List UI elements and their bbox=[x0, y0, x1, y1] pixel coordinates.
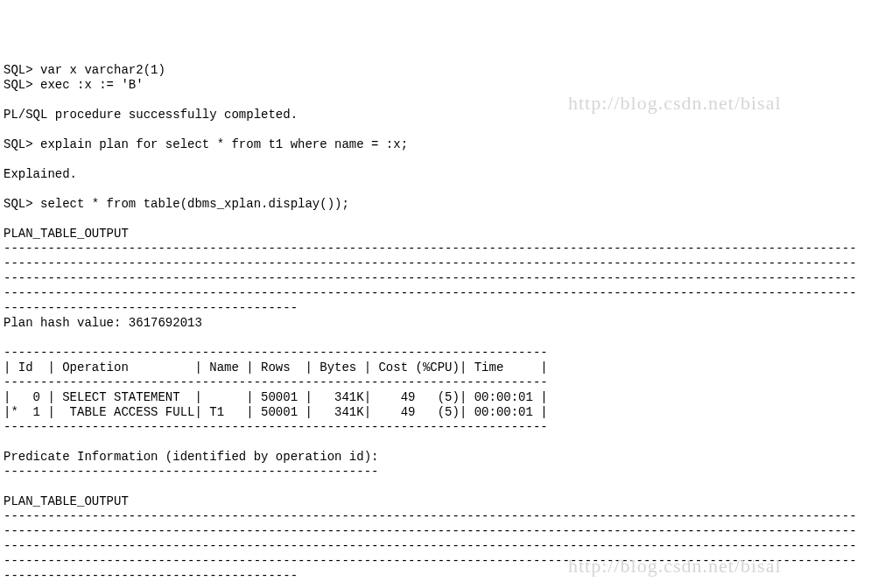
terminal-output: SQL> var x varchar2(1) SQL> exec :x := '… bbox=[4, 63, 874, 588]
sql-line: ---------------------------------------- bbox=[4, 569, 298, 583]
sql-line: ----------------------------------------… bbox=[4, 554, 857, 568]
sql-line: SQL> var x varchar2(1) bbox=[4, 63, 165, 77]
sql-line: ----------------------------------------… bbox=[4, 524, 857, 538]
sql-line: SQL> select * from table(dbms_xplan.disp… bbox=[4, 197, 349, 211]
sql-line: ----------------------------------------… bbox=[4, 242, 857, 256]
sql-line: Predicate Information (identified by ope… bbox=[4, 450, 378, 464]
plan-row: |* 1 | TABLE ACCESS FULL| T1 | 50001 | 3… bbox=[4, 405, 548, 419]
plan-row: | 0 | SELECT STATEMENT | | 50001 | 341K|… bbox=[4, 390, 548, 404]
sql-line: Plan hash value: 3617692013 bbox=[4, 316, 202, 330]
sql-line: ----------------------------------------… bbox=[4, 256, 857, 270]
sql-line: ----------------------------------------… bbox=[4, 271, 857, 285]
sql-line: PLAN_TABLE_OUTPUT bbox=[4, 494, 129, 508]
sql-line: PL/SQL procedure successfully completed. bbox=[4, 108, 298, 122]
sql-line: ----------------------------------------… bbox=[4, 420, 548, 434]
sql-line: ----------------------------------------… bbox=[4, 375, 548, 389]
sql-line: ----------------------------------------… bbox=[4, 286, 857, 300]
sql-line: ----------------------------------------… bbox=[4, 465, 378, 479]
sql-line: ----------------------------------------… bbox=[4, 509, 857, 523]
plan-header-row: | Id | Operation | Name | Rows | Bytes |… bbox=[4, 360, 548, 374]
sql-line: SQL> explain plan for select * from t1 w… bbox=[4, 137, 408, 151]
sql-line: ---------------------------------------- bbox=[4, 301, 298, 315]
sql-line: Explained. bbox=[4, 167, 77, 181]
sql-line: SQL> exec :x := 'B' bbox=[4, 78, 144, 92]
sql-line: PLAN_TABLE_OUTPUT bbox=[4, 227, 129, 241]
sql-line: ----------------------------------------… bbox=[4, 346, 548, 360]
sql-line: ----------------------------------------… bbox=[4, 539, 857, 553]
